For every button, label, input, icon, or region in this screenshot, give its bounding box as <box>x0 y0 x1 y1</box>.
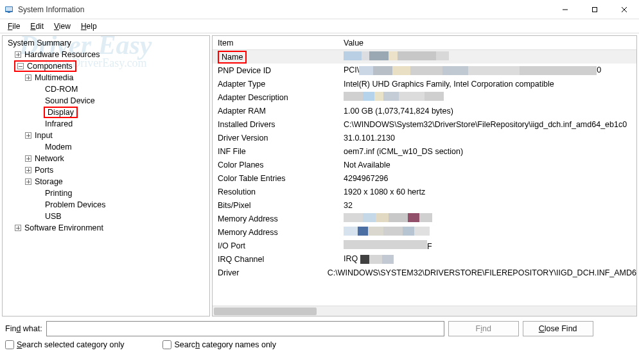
find-label: Find what: <box>5 324 42 333</box>
minimize-button[interactable] <box>550 0 580 19</box>
row-driver-version[interactable]: Driver Version31.0.101.2130 <box>213 131 636 144</box>
row-irq-channel[interactable]: IRQ Channel IRQ <box>213 252 636 266</box>
expander-icon[interactable] <box>24 166 32 174</box>
titlebar: System Information <box>0 0 639 19</box>
row-memory-address-1[interactable]: Memory Address <box>213 212 636 225</box>
tree-pane[interactable]: System Summary Hardware Resources Compon… <box>2 35 210 316</box>
maximize-button[interactable] <box>580 0 609 19</box>
expander-icon[interactable] <box>24 74 32 82</box>
row-inf-file[interactable]: INF Fileoem7.inf (iCML_w10_DS section) <box>213 144 636 158</box>
row-driver[interactable]: DriverC:\WINDOWS\SYSTEM32\DRIVERSTORE\FI… <box>213 266 636 279</box>
svg-rect-4 <box>593 7 597 12</box>
tree-components[interactable]: Components <box>3 60 209 72</box>
tree-problem-devices[interactable]: Problem Devices <box>3 199 209 211</box>
row-name[interactable]: Name <box>213 50 636 64</box>
tree-ports[interactable]: Ports <box>3 164 209 176</box>
expander-icon[interactable] <box>14 224 22 232</box>
close-button[interactable] <box>609 0 639 19</box>
window-title: System Information <box>18 5 550 14</box>
expander-icon[interactable] <box>24 155 32 162</box>
tree-infrared[interactable]: Infrared <box>3 118 209 130</box>
expander-icon[interactable] <box>24 178 32 186</box>
expander-icon[interactable] <box>17 62 24 70</box>
tree-sound-device[interactable]: Sound Device <box>3 95 209 107</box>
detail-header: Item Value <box>213 36 636 50</box>
tree-printing[interactable]: Printing <box>3 187 209 199</box>
tree-hardware-resources[interactable]: Hardware Resources <box>3 49 209 60</box>
tree-system-summary[interactable]: System Summary <box>3 37 209 49</box>
tree-display[interactable]: Display <box>3 107 209 118</box>
row-adapter-ram[interactable]: Adapter RAM1.00 GB (1,073,741,824 bytes) <box>213 104 636 117</box>
row-io-port[interactable]: I/O Port F <box>213 239 636 252</box>
menu-view[interactable]: View <box>49 21 76 32</box>
row-adapter-type[interactable]: Adapter TypeIntel(R) UHD Graphics Family… <box>213 77 636 91</box>
detail-pane: Item Value Name PNP Device ID PCI\0 Adap… <box>212 35 637 316</box>
svg-rect-2 <box>8 12 10 13</box>
tree-multimedia[interactable]: Multimedia <box>3 72 209 83</box>
search-category-names-checkbox[interactable]: Search category names only <box>162 340 276 349</box>
column-value[interactable]: Value <box>341 39 636 48</box>
row-installed-drivers[interactable]: Installed DriversC:\WINDOWS\System32\Dri… <box>213 117 636 131</box>
expander-icon[interactable] <box>24 132 32 139</box>
expander-icon[interactable] <box>14 51 22 58</box>
row-resolution[interactable]: Resolution1920 x 1080 x 60 hertz <box>213 185 636 198</box>
row-color-planes[interactable]: Color PlanesNot Available <box>213 158 636 171</box>
row-adapter-description[interactable]: Adapter Description <box>213 91 636 104</box>
column-item[interactable]: Item <box>213 39 341 48</box>
row-bits-pixel[interactable]: Bits/Pixel32 <box>213 198 636 212</box>
search-selected-checkbox[interactable]: Search selected category only <box>5 340 124 349</box>
row-pnp[interactable]: PNP Device ID PCI\0 <box>213 64 636 77</box>
tree-modem[interactable]: Modem <box>3 141 209 153</box>
menu-file[interactable]: File <box>3 21 25 32</box>
censored-value <box>344 51 449 60</box>
tree-network[interactable]: Network <box>3 153 209 164</box>
row-color-table[interactable]: Color Table Entries4294967296 <box>213 171 636 185</box>
tree-cdrom[interactable]: CD-ROM <box>3 83 209 95</box>
menu-help[interactable]: Help <box>76 21 102 32</box>
tree-software-environment[interactable]: Software Environment <box>3 222 209 234</box>
app-icon <box>4 4 14 15</box>
window-controls <box>550 0 639 19</box>
close-find-button[interactable]: Close Find <box>523 321 593 336</box>
find-input[interactable] <box>46 321 444 336</box>
tree-usb[interactable]: USB <box>3 211 209 222</box>
row-memory-address-2[interactable]: Memory Address <box>213 225 636 239</box>
tree-storage[interactable]: Storage <box>3 176 209 187</box>
find-button[interactable]: Find <box>448 321 519 336</box>
menu-edit[interactable]: Edit <box>25 21 49 32</box>
find-bar: Find what: Find Close Find Search select… <box>0 318 639 352</box>
menubar: File Edit View Help <box>0 19 639 33</box>
svg-rect-1 <box>6 7 12 11</box>
horizontal-scrollbar[interactable] <box>213 306 636 316</box>
tree-input[interactable]: Input <box>3 130 209 141</box>
